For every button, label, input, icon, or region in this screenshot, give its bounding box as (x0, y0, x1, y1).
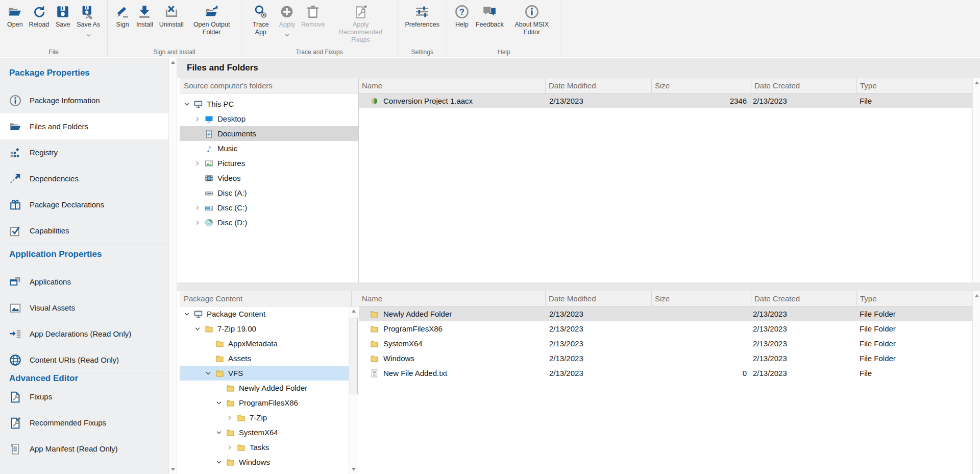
feedback-icon (482, 4, 497, 19)
scroll-down-arrow-icon[interactable] (352, 468, 356, 471)
file-row-windows[interactable]: Windows2/13/20232/13/2023File Folder (359, 351, 972, 366)
tree-item-assets[interactable]: Assets (180, 351, 351, 366)
tree-item-vfs[interactable]: VFS (180, 366, 351, 381)
scroll-up-arrow-icon[interactable] (975, 294, 979, 297)
scroll-down-arrow-icon[interactable] (171, 468, 175, 471)
sidebar-item-label: Files and Folders (30, 122, 88, 131)
scroll-up-arrow-icon[interactable] (975, 81, 979, 84)
chevron-down-icon[interactable] (216, 430, 226, 436)
open-output-folder-button[interactable]: Open Output Folder (187, 3, 237, 38)
preferences-button[interactable]: Preferences (402, 3, 443, 30)
chevron-down-icon[interactable] (194, 326, 205, 332)
chevron-down-icon[interactable] (205, 370, 215, 376)
scroll-up-arrow-icon[interactable] (171, 61, 175, 64)
tree-item-tasks[interactable]: Tasks (180, 440, 351, 455)
sidebar-item-dependencies[interactable]: Dependencies (0, 165, 168, 192)
save-as-button[interactable]: Save As (74, 3, 103, 40)
sidebar-item-package-declarations[interactable]: Package Declarations (0, 192, 168, 218)
about-msix-editor-button[interactable]: About MSIX Editor (507, 3, 557, 38)
feedback-button[interactable]: Feedback (473, 3, 507, 30)
tree-item-disc-d[interactable]: Disc (D:) (180, 215, 358, 230)
tree-item-disc-c[interactable]: Disc (C:) (180, 200, 358, 215)
sidebar-item-package-information[interactable]: Package Information (0, 87, 168, 113)
chevron-right-icon[interactable] (194, 205, 205, 211)
column-header-date-modified[interactable]: Date Modified (545, 78, 651, 93)
column-header-date-created[interactable]: Date Created (751, 291, 856, 306)
tree-item-appxmetadata[interactable]: AppxMetadata (180, 336, 351, 351)
sidebar-item-app-manifest-read-only[interactable]: App Manifest (Read Only) (0, 436, 168, 462)
save-button[interactable]: Save (52, 3, 74, 30)
column-header-name[interactable]: Name (359, 291, 545, 306)
chevron-down-icon[interactable] (86, 30, 91, 39)
tree-item-systemx64[interactable]: SystemX64 (180, 425, 351, 440)
sidebar-item-capabilities[interactable]: Capabilities (0, 218, 168, 244)
package-content-header[interactable]: Package Content (180, 291, 361, 306)
column-header-date-modified[interactable]: Date Modified (545, 291, 651, 306)
packagedecl-icon (9, 199, 21, 211)
tree-item-pictures[interactable]: Pictures (180, 156, 358, 171)
column-header-size[interactable]: Size (651, 78, 751, 93)
sidebar-scrollbar[interactable] (168, 58, 177, 474)
sidebar-item-visual-assets[interactable]: Visual Assets (0, 295, 168, 321)
pane-splitter[interactable] (177, 282, 980, 291)
tree-item-documents[interactable]: Documents (180, 126, 358, 141)
install-button[interactable]: Install (133, 3, 156, 30)
scrollbar-thumb[interactable] (350, 318, 358, 394)
source-files-scrollbar[interactable] (972, 78, 980, 282)
chevron-down-icon[interactable] (184, 101, 194, 107)
tree-item-videos[interactable]: Videos (180, 171, 358, 185)
file-row-newly-added-folder[interactable]: Newly Added Folder2/13/20232/13/2023File… (359, 306, 972, 321)
apply-recommended-fixups-button[interactable]: Apply Recommended Fixups (328, 3, 394, 45)
tree-item-7-zip-19-00[interactable]: 7-Zip 19.00 (180, 321, 351, 336)
sidebar-item-app-declarations-read-only[interactable]: App Declarations (Read Only) (0, 321, 168, 347)
tree-item-disc-a[interactable]: Disc (A:) (180, 185, 358, 200)
sidebar-item-applications[interactable]: Applications (0, 269, 168, 295)
sign-button[interactable]: Sign (112, 3, 133, 30)
column-header-size[interactable]: Size (651, 291, 751, 306)
chevron-down-icon[interactable] (285, 30, 289, 39)
column-header-type[interactable]: Type (856, 78, 972, 93)
source-folders-header[interactable]: Source computer's folders (180, 78, 358, 93)
scroll-up-arrow-icon[interactable] (352, 310, 356, 313)
file-row-new-file-added-txt[interactable]: New File Added.txt2/13/202302/13/2023Fil… (359, 366, 972, 381)
sidebar-item-files-and-folders[interactable]: Files and Folders (0, 113, 168, 139)
file-name: Windows (383, 351, 414, 366)
column-header-name[interactable]: Name (359, 78, 545, 93)
sidebar-item-registry[interactable]: Registry (0, 139, 168, 165)
tree-item-desktop[interactable]: Desktop (180, 111, 358, 126)
file-row-conversion-project-1-aacx[interactable]: Conversion Project 1.aacx2/13/202323462/… (359, 93, 972, 108)
cell-type: File (856, 366, 972, 381)
chevron-down-icon[interactable] (184, 311, 194, 317)
package-files-scrollbar[interactable] (972, 291, 980, 474)
apply-button[interactable]: Apply (276, 3, 298, 40)
column-header-date-created[interactable]: Date Created (751, 78, 856, 93)
sidebar-item-fixups[interactable]: Fixups (0, 384, 168, 410)
tree-item-package-content[interactable]: Package Content (180, 306, 351, 321)
package-tree-scrollbar[interactable] (349, 306, 358, 474)
file-row-programfilesx86[interactable]: ProgramFilesX862/13/20232/13/2023File Fo… (359, 321, 972, 336)
chevron-down-icon[interactable] (216, 400, 226, 406)
chevron-right-icon[interactable] (194, 160, 205, 167)
tree-item-this-pc[interactable]: This PC (180, 97, 358, 111)
uninstall-button[interactable]: Uninstall (156, 3, 187, 30)
tree-item-7-zip[interactable]: 7-Zip (180, 410, 351, 425)
chevron-right-icon[interactable] (194, 116, 205, 122)
help-button[interactable]: ?Help (451, 3, 473, 30)
open-button[interactable]: Open (4, 3, 26, 30)
trace-app-button[interactable]: Trace App (246, 3, 276, 38)
reload-button[interactable]: Reload (26, 3, 53, 30)
chevron-down-icon[interactable] (216, 459, 226, 465)
tree-item-windows[interactable]: Windows (180, 455, 351, 469)
remove-button[interactable]: Remove (298, 3, 328, 30)
chevron-right-icon[interactable] (194, 220, 205, 226)
chevron-right-icon[interactable] (227, 415, 237, 421)
cell-size (651, 321, 751, 336)
tree-item-newly-added-folder[interactable]: Newly Added Folder (180, 381, 351, 395)
column-header-type[interactable]: Type (856, 291, 972, 306)
sidebar-item-content-uris-read-only[interactable]: Content URIs (Read Only) (0, 347, 168, 373)
tree-item-programfilesx86[interactable]: ProgramFilesX86 (180, 395, 351, 410)
sidebar-item-recommended-fixups[interactable]: Recommended Fixups (0, 410, 168, 436)
file-row-systemx64[interactable]: SystemX642/13/20232/13/2023File Folder (359, 336, 972, 351)
tree-item-music[interactable]: ♪Music (180, 141, 358, 156)
chevron-right-icon[interactable] (227, 444, 237, 451)
